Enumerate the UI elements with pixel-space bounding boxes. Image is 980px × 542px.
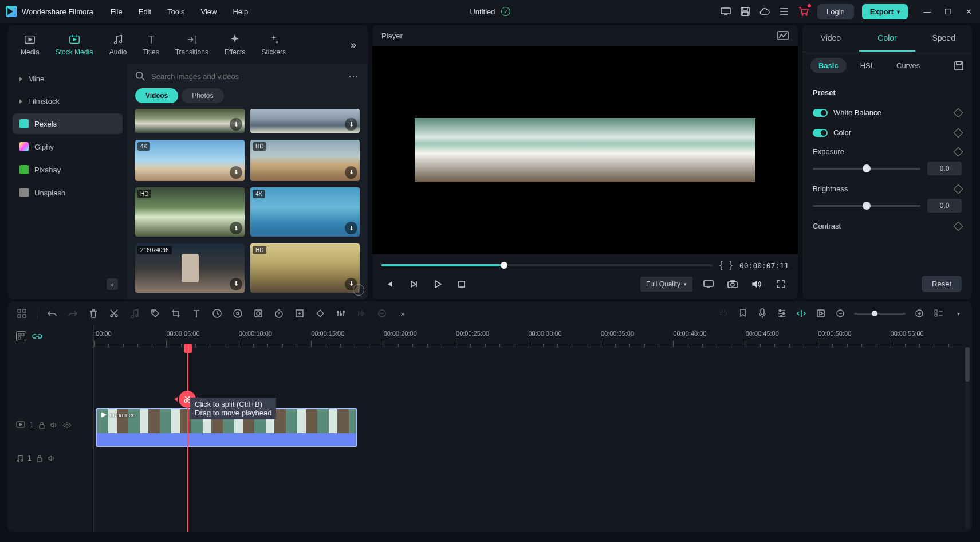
menu-help[interactable]: Help <box>233 7 248 16</box>
window-maximize-icon[interactable]: ☐ <box>942 6 954 17</box>
prev-frame-icon[interactable] <box>381 276 397 292</box>
mute-icon[interactable] <box>48 454 56 462</box>
stock-thumb[interactable]: 2160x4096⬇ <box>135 243 245 293</box>
source-pexels[interactable]: Pexels <box>13 113 123 134</box>
tab-audio[interactable]: Audio <box>104 30 133 60</box>
save-preset-icon[interactable] <box>954 61 964 71</box>
zoom-slider[interactable] <box>854 313 906 315</box>
tab-stickers[interactable]: Stickers <box>255 30 292 60</box>
voiceover-icon[interactable] <box>757 308 768 319</box>
exposure-slider[interactable] <box>813 168 920 170</box>
menu-tools[interactable]: Tools <box>167 7 184 16</box>
grid-icon[interactable] <box>16 308 27 319</box>
export-button[interactable]: Export▾ <box>862 4 908 19</box>
tab-color[interactable]: Color <box>859 25 916 52</box>
timeline-options-icon[interactable] <box>16 331 26 341</box>
stock-thumb[interactable]: 4K⬇ <box>135 140 245 181</box>
fullscreen-icon[interactable] <box>773 276 789 292</box>
tab-titles[interactable]: Titles <box>137 30 164 60</box>
zoom-out-icon[interactable] <box>835 308 846 319</box>
tab-stock-media[interactable]: Stock Media <box>50 30 99 60</box>
menu-edit[interactable]: Edit <box>139 7 151 16</box>
playhead[interactable] <box>187 347 188 532</box>
tag-icon[interactable] <box>149 308 161 319</box>
stock-thumb[interactable]: HD⬇ <box>250 140 360 181</box>
view-dropdown-icon[interactable]: ▾ <box>953 308 964 319</box>
display-icon[interactable] <box>720 6 731 17</box>
white-balance-toggle[interactable] <box>813 109 828 117</box>
timeline-scrollbar[interactable] <box>965 347 970 529</box>
play-icon[interactable] <box>430 276 446 292</box>
menu-file[interactable]: File <box>111 7 123 16</box>
view-options-icon[interactable] <box>933 308 944 319</box>
download-icon[interactable]: ⬇ <box>230 166 242 179</box>
link-icon[interactable] <box>32 333 42 340</box>
brightness-slider[interactable] <box>813 205 920 207</box>
subtab-basic[interactable]: Basic <box>810 58 847 73</box>
step-back-icon[interactable] <box>406 276 422 292</box>
keyframe-icon[interactable] <box>954 108 963 117</box>
download-icon[interactable]: ⬇ <box>345 166 357 179</box>
search-more-icon[interactable]: ⋯ <box>348 70 360 83</box>
volume-icon[interactable] <box>749 276 765 292</box>
info-icon[interactable]: i <box>353 284 364 296</box>
keyframe-icon[interactable] <box>954 147 963 156</box>
adjust-icon[interactable] <box>335 308 347 319</box>
render-icon[interactable] <box>815 308 826 319</box>
auto-reframe-icon[interactable] <box>796 308 807 319</box>
speed-icon[interactable] <box>211 308 223 319</box>
source-giphy[interactable]: Giphy <box>13 136 123 157</box>
color-wheel-icon[interactable] <box>232 308 243 319</box>
undo-icon[interactable] <box>46 308 58 319</box>
lock-icon[interactable] <box>38 421 45 429</box>
source-mine[interactable]: Mine <box>13 69 123 89</box>
tab-transitions[interactable]: Transitions <box>170 30 214 60</box>
display-settings-icon[interactable] <box>700 276 717 292</box>
timer-icon[interactable] <box>273 308 285 319</box>
expand-categories-icon[interactable]: » <box>346 39 361 51</box>
cart-icon[interactable] <box>798 6 809 17</box>
tab-effects[interactable]: Effects <box>219 30 251 60</box>
snapshot-icon[interactable] <box>725 276 741 292</box>
stop-icon[interactable] <box>454 276 470 292</box>
stock-thumb[interactable]: HD⬇ <box>250 243 360 293</box>
download-icon[interactable]: ⬇ <box>230 222 242 234</box>
search-input[interactable] <box>151 72 343 81</box>
download-icon[interactable]: ⬇ <box>230 118 242 131</box>
keyframe-tool-icon[interactable] <box>314 308 326 319</box>
delete-icon[interactable] <box>88 308 99 319</box>
redo-icon[interactable] <box>67 308 78 319</box>
playback-progress[interactable] <box>381 264 713 266</box>
filter-videos[interactable]: Videos <box>135 88 178 103</box>
tab-speed[interactable]: Speed <box>915 25 972 52</box>
text-icon[interactable] <box>191 308 202 319</box>
timeline-ruler[interactable]: :00:0000:00:05:0000:00:10:0000:00:15:000… <box>94 325 963 347</box>
stock-thumb[interactable]: HD⬇ <box>135 187 245 237</box>
scopes-icon[interactable] <box>777 31 789 40</box>
subtab-hsl[interactable]: HSL <box>852 58 883 73</box>
zoom-in-icon[interactable] <box>914 308 925 319</box>
reset-button[interactable]: Reset <box>922 276 962 292</box>
filter-photos[interactable]: Photos <box>182 88 223 103</box>
tab-media[interactable]: Media <box>15 30 45 60</box>
keyframe-icon[interactable] <box>954 221 963 231</box>
brightness-value[interactable]: 0,0 <box>927 199 962 213</box>
music-icon[interactable] <box>129 308 140 319</box>
save-icon[interactable] <box>739 6 751 17</box>
mixer-icon[interactable] <box>776 308 788 319</box>
menu-view[interactable]: View <box>200 7 217 16</box>
download-icon[interactable]: ⬇ <box>230 278 242 290</box>
stock-thumb[interactable]: ⬇ <box>250 109 360 133</box>
login-button[interactable]: Login <box>817 4 854 19</box>
eq-icon[interactable] <box>356 308 367 319</box>
cloud-icon[interactable] <box>759 6 770 17</box>
source-filmstock[interactable]: Filmstock <box>13 91 123 111</box>
visibility-icon[interactable] <box>62 422 72 428</box>
mark-out-icon[interactable]: } <box>730 260 733 270</box>
player-viewport[interactable] <box>372 46 798 254</box>
stock-thumb[interactable]: ⬇ <box>135 109 245 133</box>
color-toggle[interactable] <box>813 129 828 137</box>
stock-thumb[interactable]: 4K⬇ <box>250 187 360 237</box>
download-icon[interactable]: ⬇ <box>345 222 357 234</box>
window-close-icon[interactable]: ✕ <box>963 6 974 17</box>
